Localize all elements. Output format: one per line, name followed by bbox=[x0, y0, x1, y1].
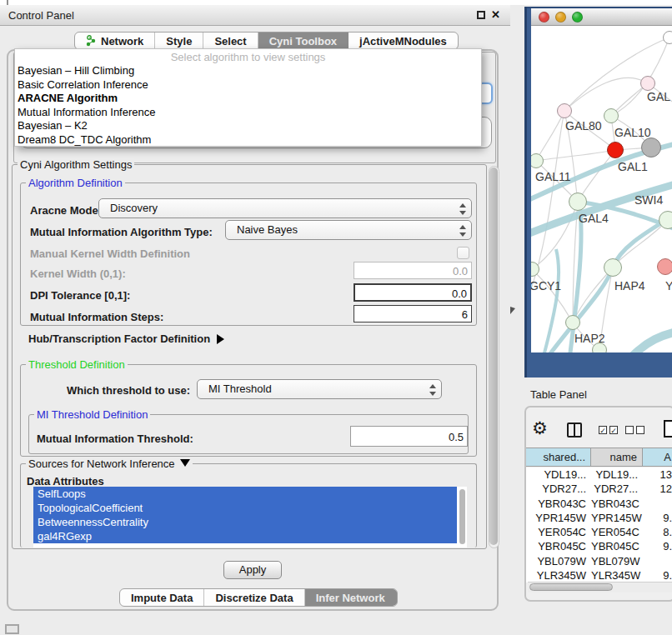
mi-type-value: Naive Bayes bbox=[237, 223, 298, 236]
network-node-pink[interactable] bbox=[557, 103, 572, 118]
algorithm-option[interactable]: ARACNE Algorithm bbox=[15, 92, 481, 106]
mi-threshold-legend: MI Threshold Definition bbox=[34, 408, 150, 421]
column-header-3[interactable]: A bbox=[643, 448, 672, 466]
spinner-arrows-icon bbox=[429, 383, 435, 397]
tab-infer-network[interactable]: Infer Network bbox=[305, 589, 397, 606]
tab-select[interactable]: Select bbox=[203, 32, 258, 49]
bottom-left-widget[interactable] bbox=[5, 624, 19, 634]
network-node-salmon[interactable] bbox=[657, 258, 672, 275]
aracne-mode-select[interactable]: Discovery bbox=[98, 198, 472, 218]
algorithm-dropdown-popup: Select algorithm to view settings Bayesi… bbox=[14, 48, 482, 147]
kernel-width-input[interactable]: 0.0 bbox=[354, 262, 472, 279]
document-icon[interactable] bbox=[664, 420, 672, 438]
tab-label: Discretize Data bbox=[215, 592, 293, 604]
hub-definition-toggle[interactable]: Hub/Transcription Factor Definition bbox=[28, 332, 224, 345]
network-node-green[interactable] bbox=[659, 211, 672, 229]
which-threshold-label: Which threshold to use: bbox=[67, 384, 190, 397]
float-window-icon[interactable] bbox=[477, 11, 485, 19]
table-row[interactable]: YLR345WYLR345W9. bbox=[526, 568, 672, 582]
network-node-gray[interactable] bbox=[641, 138, 661, 158]
application-window: Control Panel ✕ NetworkStyleSelectCyni T… bbox=[0, 0, 672, 635]
cyni-bottom-tabs: Impute DataDiscretize DataInfer Network bbox=[119, 588, 398, 607]
expand-right-icon[interactable] bbox=[217, 334, 224, 344]
hub-definition-label: Hub/Transcription Factor Definition bbox=[28, 332, 210, 345]
column-header-2[interactable]: name bbox=[591, 448, 643, 466]
checked-box-icon[interactable]: ✓ bbox=[599, 426, 607, 434]
attribute-list-item[interactable]: BetweennessCentrality bbox=[33, 515, 457, 529]
table-row[interactable]: YBL079WYBL079W bbox=[526, 554, 672, 568]
dpi-tolerance-input[interactable]: 0.0 bbox=[354, 283, 472, 302]
table-cell: 9. bbox=[643, 568, 672, 582]
table-cell: YDL19... bbox=[591, 468, 643, 482]
mouse-cursor bbox=[510, 307, 515, 314]
settings-scrollbar-thumb[interactable] bbox=[489, 168, 498, 545]
network-node-red[interactable] bbox=[607, 142, 624, 158]
algorithm-option[interactable]: Bayesian – Hill Climbing bbox=[15, 64, 481, 78]
table-row[interactable]: YPR145WYPR145W9. bbox=[526, 511, 672, 525]
network-node-green[interactable] bbox=[565, 315, 580, 330]
tab-cyni-toolbox[interactable]: Cyni Toolbox bbox=[258, 32, 349, 49]
tab-discretize-data[interactable]: Discretize Data bbox=[204, 589, 304, 606]
network-node-pink[interactable] bbox=[640, 76, 655, 91]
attribute-list-item[interactable]: gal4RGexp bbox=[33, 529, 457, 543]
algorithm-option[interactable]: Mutual Information Inference bbox=[15, 106, 481, 120]
mi-threshold-label: Mutual Information Threshold: bbox=[37, 432, 193, 445]
table-cell: YDR27... bbox=[591, 482, 643, 496]
table-row[interactable]: YER054CYER054C8. bbox=[526, 525, 672, 539]
table-cell: 8. bbox=[643, 525, 672, 539]
attribute-list-item[interactable]: SelfLoops bbox=[33, 487, 457, 501]
network-edges bbox=[531, 26, 672, 352]
minimize-traffic-light-icon[interactable] bbox=[555, 12, 566, 22]
checked-box-icon[interactable]: ✓ bbox=[609, 426, 618, 434]
tab-impute-data[interactable]: Impute Data bbox=[120, 589, 204, 606]
algorithm-option[interactable]: Bayesian – K2 bbox=[15, 119, 481, 133]
expand-down-icon[interactable] bbox=[180, 459, 190, 467]
table-cell: 12 bbox=[643, 482, 672, 496]
table-hscrollbar-thumb[interactable] bbox=[529, 583, 613, 591]
attributes-scrollbar-thumb[interactable] bbox=[459, 489, 465, 544]
sources-legend-text: Sources for Network Inference bbox=[28, 458, 175, 470]
table-row[interactable]: YDL19...YDL19...13 bbox=[526, 468, 672, 482]
which-threshold-value: MI Threshold bbox=[208, 382, 272, 395]
table-cell: YBR045C bbox=[526, 539, 591, 553]
table-cell: 13 bbox=[643, 468, 672, 482]
table-row[interactable]: YDR27...YDR27...12 bbox=[526, 482, 672, 496]
network-canvas[interactable]: GALGAL80GAL10GAL1GAL11SWI4GAL4GCY1HAP4YH… bbox=[531, 26, 672, 352]
network-node-green[interactable] bbox=[569, 192, 587, 211]
network-node-white[interactable] bbox=[663, 31, 672, 44]
table-header-row: shared...nameA bbox=[526, 448, 672, 467]
network-node-green[interactable] bbox=[604, 108, 619, 123]
mi-steps-input[interactable]: 6 bbox=[354, 305, 472, 322]
table-row[interactable]: YBR043CYBR043C bbox=[526, 497, 672, 511]
apply-button[interactable]: Apply bbox=[223, 561, 282, 579]
mi-threshold-input[interactable]: 0.5 bbox=[350, 426, 468, 447]
cyni-algorithm-settings-legend: Cyni Algorithm Settings bbox=[18, 158, 134, 171]
close-icon[interactable]: ✕ bbox=[491, 8, 500, 21]
table-cell: YDR27... bbox=[526, 482, 591, 496]
which-threshold-select[interactable]: MI Threshold bbox=[197, 379, 442, 399]
columns-icon[interactable] bbox=[567, 422, 582, 438]
data-attributes-label: Data Attributes bbox=[27, 475, 104, 488]
tab-jactivemnodules[interactable]: jActiveMNodules bbox=[349, 32, 458, 49]
zoom-traffic-light-icon[interactable] bbox=[572, 12, 583, 22]
node-label-hap4: HAP4 bbox=[614, 279, 645, 292]
network-window-titlebar[interactable] bbox=[531, 8, 672, 26]
tab-network[interactable]: Network bbox=[75, 32, 155, 49]
table-row[interactable]: YBR045CYBR045C9. bbox=[526, 539, 672, 553]
algorithm-option[interactable]: Dream8 DC_TDC Algorithm bbox=[15, 133, 481, 147]
algorithm-option[interactable]: Basic Correlation Inference bbox=[15, 78, 481, 92]
manual-kernel-checkbox[interactable] bbox=[457, 247, 469, 259]
tab-style[interactable]: Style bbox=[155, 32, 203, 49]
table-cell: YLR345W bbox=[591, 568, 643, 582]
network-node-green[interactable] bbox=[604, 258, 622, 277]
column-header-1[interactable]: shared... bbox=[526, 448, 591, 466]
attribute-list-item[interactable]: TopologicalCoefficient bbox=[33, 501, 457, 515]
unchecked-box-icon[interactable] bbox=[625, 426, 634, 434]
gear-icon[interactable]: ⚙ bbox=[532, 419, 548, 438]
mi-type-select[interactable]: Naive Bayes bbox=[225, 220, 472, 240]
table-cell: YLR345W bbox=[526, 568, 591, 582]
unchecked-box-icon[interactable] bbox=[636, 426, 644, 434]
tab-label: Impute Data bbox=[131, 592, 193, 604]
close-traffic-light-icon[interactable] bbox=[539, 12, 549, 22]
node-label-gal10: GAL10 bbox=[614, 126, 651, 139]
